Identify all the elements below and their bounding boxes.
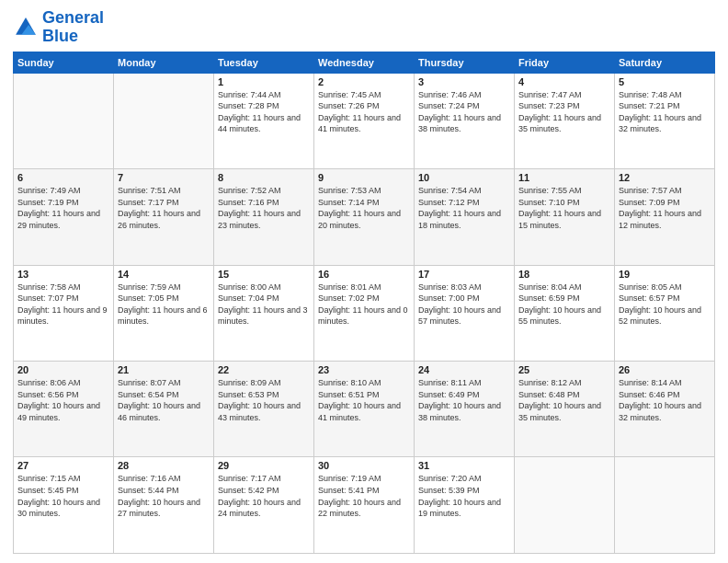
calendar-cell: 12Sunrise: 7:57 AMSunset: 7:09 PMDayligh… <box>615 169 715 265</box>
day-number: 28 <box>118 460 210 471</box>
calendar-cell: 18Sunrise: 8:04 AMSunset: 6:59 PMDayligh… <box>515 265 615 361</box>
day-info: Sunrise: 7:54 AMSunset: 7:12 PMDaylight:… <box>418 185 510 231</box>
calendar-cell: 31Sunrise: 7:20 AMSunset: 5:39 PMDayligh… <box>415 457 515 554</box>
col-header-sunday: Sunday <box>14 52 114 73</box>
day-info: Sunrise: 8:14 AMSunset: 6:46 PMDaylight:… <box>619 377 711 423</box>
calendar-cell: 24Sunrise: 8:11 AMSunset: 6:49 PMDayligh… <box>415 362 515 457</box>
day-info: Sunrise: 7:52 AMSunset: 7:16 PMDaylight:… <box>218 185 310 231</box>
calendar-cell: 6Sunrise: 7:49 AMSunset: 7:19 PMDaylight… <box>14 169 114 265</box>
day-info: Sunrise: 7:16 AMSunset: 5:44 PMDaylight:… <box>118 473 210 519</box>
col-header-wednesday: Wednesday <box>314 52 415 73</box>
calendar-cell: 25Sunrise: 8:12 AMSunset: 6:48 PMDayligh… <box>515 362 615 457</box>
calendar-cell: 5Sunrise: 7:48 AMSunset: 7:21 PMDaylight… <box>615 73 715 168</box>
calendar-cell: 19Sunrise: 8:05 AMSunset: 6:57 PMDayligh… <box>615 265 715 361</box>
day-info: Sunrise: 7:57 AMSunset: 7:09 PMDaylight:… <box>619 185 711 231</box>
day-number: 11 <box>518 172 610 183</box>
day-info: Sunrise: 7:51 AMSunset: 7:17 PMDaylight:… <box>118 185 210 231</box>
day-info: Sunrise: 7:49 AMSunset: 7:19 PMDaylight:… <box>17 185 109 231</box>
day-info: Sunrise: 7:45 AMSunset: 7:26 PMDaylight:… <box>318 89 410 135</box>
calendar-week-row: 13Sunrise: 7:58 AMSunset: 7:07 PMDayligh… <box>14 265 715 361</box>
calendar-cell: 11Sunrise: 7:55 AMSunset: 7:10 PMDayligh… <box>515 169 615 265</box>
logo-text: General Blue <box>42 9 104 46</box>
day-info: Sunrise: 7:58 AMSunset: 7:07 PMDaylight:… <box>17 282 109 327</box>
day-info: Sunrise: 7:17 AMSunset: 5:42 PMDaylight:… <box>218 473 310 519</box>
calendar-cell: 14Sunrise: 7:59 AMSunset: 7:05 PMDayligh… <box>114 265 214 361</box>
day-info: Sunrise: 7:15 AMSunset: 5:45 PMDaylight:… <box>17 473 109 519</box>
logo: General Blue <box>13 9 104 46</box>
calendar-cell: 28Sunrise: 7:16 AMSunset: 5:44 PMDayligh… <box>114 457 214 554</box>
day-info: Sunrise: 7:48 AMSunset: 7:21 PMDaylight:… <box>619 89 711 135</box>
day-number: 15 <box>218 269 310 280</box>
calendar-cell: 13Sunrise: 7:58 AMSunset: 7:07 PMDayligh… <box>14 265 114 361</box>
calendar-cell: 15Sunrise: 8:00 AMSunset: 7:04 PMDayligh… <box>214 265 314 361</box>
day-number: 27 <box>17 460 109 471</box>
col-header-monday: Monday <box>114 52 214 73</box>
calendar-week-row: 20Sunrise: 8:06 AMSunset: 6:56 PMDayligh… <box>14 362 715 457</box>
day-info: Sunrise: 8:03 AMSunset: 7:00 PMDaylight:… <box>418 282 510 327</box>
day-number: 29 <box>218 460 310 471</box>
day-number: 4 <box>518 76 610 87</box>
calendar-cell: 7Sunrise: 7:51 AMSunset: 7:17 PMDaylight… <box>114 169 214 265</box>
calendar-cell <box>615 457 715 554</box>
day-number: 23 <box>318 364 410 375</box>
calendar-cell: 27Sunrise: 7:15 AMSunset: 5:45 PMDayligh… <box>14 457 114 554</box>
day-number: 24 <box>418 364 510 375</box>
calendar-cell: 20Sunrise: 8:06 AMSunset: 6:56 PMDayligh… <box>14 362 114 457</box>
day-number: 14 <box>118 269 210 280</box>
calendar-cell: 9Sunrise: 7:53 AMSunset: 7:14 PMDaylight… <box>314 169 415 265</box>
calendar-cell: 3Sunrise: 7:46 AMSunset: 7:24 PMDaylight… <box>415 73 515 168</box>
calendar-week-row: 27Sunrise: 7:15 AMSunset: 5:45 PMDayligh… <box>14 457 715 554</box>
day-number: 26 <box>619 364 711 375</box>
page: General Blue SundayMondayTuesdayWednesda… <box>0 0 728 563</box>
col-header-saturday: Saturday <box>615 52 715 73</box>
day-number: 8 <box>218 172 310 183</box>
day-info: Sunrise: 8:06 AMSunset: 6:56 PMDaylight:… <box>17 377 109 423</box>
calendar-cell: 17Sunrise: 8:03 AMSunset: 7:00 PMDayligh… <box>415 265 515 361</box>
day-number: 18 <box>518 269 610 280</box>
calendar-table: SundayMondayTuesdayWednesdayThursdayFrid… <box>13 52 715 554</box>
calendar-cell <box>114 73 214 168</box>
day-number: 9 <box>318 172 410 183</box>
day-number: 17 <box>418 269 510 280</box>
day-info: Sunrise: 8:04 AMSunset: 6:59 PMDaylight:… <box>518 282 610 327</box>
day-info: Sunrise: 8:09 AMSunset: 6:53 PMDaylight:… <box>218 377 310 423</box>
day-number: 25 <box>518 364 610 375</box>
calendar-cell: 10Sunrise: 7:54 AMSunset: 7:12 PMDayligh… <box>415 169 515 265</box>
day-number: 5 <box>619 76 711 87</box>
day-info: Sunrise: 8:05 AMSunset: 6:57 PMDaylight:… <box>619 282 711 327</box>
calendar-cell: 29Sunrise: 7:17 AMSunset: 5:42 PMDayligh… <box>214 457 314 554</box>
day-info: Sunrise: 7:46 AMSunset: 7:24 PMDaylight:… <box>418 89 510 135</box>
day-number: 16 <box>318 269 410 280</box>
calendar-cell <box>14 73 114 168</box>
calendar-cell: 22Sunrise: 8:09 AMSunset: 6:53 PMDayligh… <box>214 362 314 457</box>
calendar-cell: 21Sunrise: 8:07 AMSunset: 6:54 PMDayligh… <box>114 362 214 457</box>
day-number: 3 <box>418 76 510 87</box>
calendar-cell: 2Sunrise: 7:45 AMSunset: 7:26 PMDaylight… <box>314 73 415 168</box>
calendar-cell: 30Sunrise: 7:19 AMSunset: 5:41 PMDayligh… <box>314 457 415 554</box>
day-number: 13 <box>17 269 109 280</box>
day-info: Sunrise: 7:47 AMSunset: 7:23 PMDaylight:… <box>518 89 610 135</box>
day-number: 10 <box>418 172 510 183</box>
col-header-tuesday: Tuesday <box>214 52 314 73</box>
calendar-week-row: 6Sunrise: 7:49 AMSunset: 7:19 PMDaylight… <box>14 169 715 265</box>
day-info: Sunrise: 7:44 AMSunset: 7:28 PMDaylight:… <box>218 89 310 135</box>
day-number: 21 <box>118 364 210 375</box>
calendar-week-row: 1Sunrise: 7:44 AMSunset: 7:28 PMDaylight… <box>14 73 715 168</box>
day-number: 12 <box>619 172 711 183</box>
calendar-cell <box>515 457 615 554</box>
calendar-cell: 26Sunrise: 8:14 AMSunset: 6:46 PMDayligh… <box>615 362 715 457</box>
col-header-friday: Friday <box>515 52 615 73</box>
day-info: Sunrise: 7:19 AMSunset: 5:41 PMDaylight:… <box>318 473 410 519</box>
day-number: 1 <box>218 76 310 87</box>
day-number: 19 <box>619 269 711 280</box>
day-number: 22 <box>218 364 310 375</box>
calendar-cell: 4Sunrise: 7:47 AMSunset: 7:23 PMDaylight… <box>515 73 615 168</box>
day-number: 31 <box>418 460 510 471</box>
col-header-thursday: Thursday <box>415 52 515 73</box>
day-info: Sunrise: 7:53 AMSunset: 7:14 PMDaylight:… <box>318 185 410 231</box>
calendar-cell: 1Sunrise: 7:44 AMSunset: 7:28 PMDaylight… <box>214 73 314 168</box>
day-number: 2 <box>318 76 410 87</box>
day-info: Sunrise: 8:01 AMSunset: 7:02 PMDaylight:… <box>318 282 410 327</box>
calendar-cell: 8Sunrise: 7:52 AMSunset: 7:16 PMDaylight… <box>214 169 314 265</box>
logo-icon <box>13 15 39 40</box>
